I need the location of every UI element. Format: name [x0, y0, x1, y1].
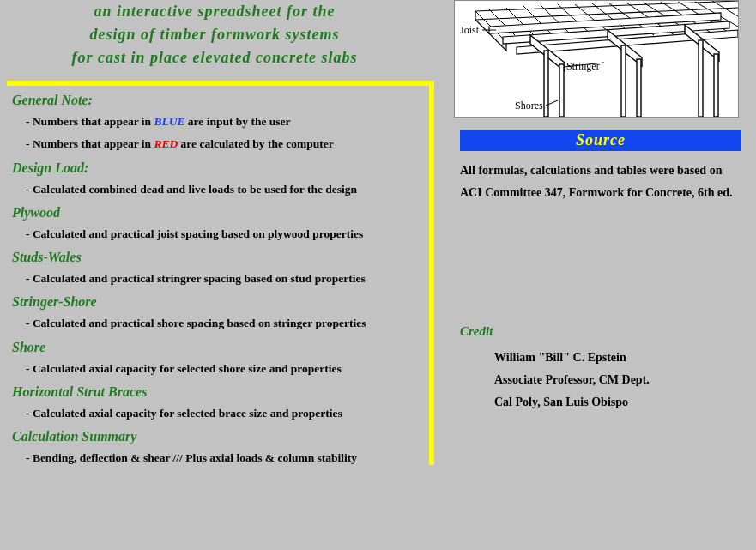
credit-name: William "Bill" C. Epstein [494, 347, 650, 369]
shore-desc: Calculated axial capacity for selected s… [26, 360, 429, 378]
stringer-shore-desc: Calculated and practical shore spacing b… [26, 315, 429, 332]
formwork-diagram-svg: Joist Stringer Shores [455, 1, 738, 117]
calc-summary-desc: Bending, deflection & shear /// Plus axi… [26, 450, 429, 467]
svg-line-3 [541, 5, 572, 35]
plywood-heading: Plywood [12, 205, 429, 221]
gn2-prefix: Numbers that appear in [33, 137, 154, 150]
general-note-line-2: Numbers that appear in RED are calculate… [26, 136, 429, 153]
plywood-desc: Calculated and practical joist spacing b… [26, 226, 429, 243]
stringer-shore-heading: Stringer-Shore [12, 294, 429, 310]
shore-heading: Shore [12, 340, 429, 355]
general-note-line-1: Numbers that appear in BLUE are input by… [26, 113, 429, 130]
formwork-diagram: Joist Stringer Shores [454, 0, 739, 118]
general-note-heading: General Note: [12, 93, 429, 108]
source-text: All formulas, calculations and tables we… [460, 160, 741, 204]
studs-wales-desc: Calculated and practical stringrer spaci… [26, 270, 429, 287]
hsb-heading: Horizontal Strut Braces [12, 384, 429, 400]
credit-org: Cal Poly, San Luis Obispo [494, 391, 650, 414]
svg-rect-25 [699, 40, 703, 117]
title-line-1: an interactive spreadsheet for the [17, 0, 412, 23]
design-load-desc: Calculated combined dead and live loads … [26, 181, 429, 198]
source-heading: Source [460, 130, 741, 151]
diagram-label-shores: Shores [515, 100, 543, 112]
svg-line-4 [558, 4, 592, 35]
svg-rect-22 [559, 64, 564, 117]
svg-rect-26 [714, 54, 718, 117]
title-line-3: for cast in place elevated concrete slab… [17, 46, 412, 70]
hsb-desc: Calculated axial capacity for selected b… [26, 405, 429, 422]
studs-wales-heading: Studs-Wales [12, 250, 429, 265]
svg-rect-23 [621, 45, 626, 117]
gn1-suffix: are input by the user [184, 115, 290, 128]
title-line-2: design of timber formwork systems [17, 23, 412, 46]
gn1-prefix: Numbers that appear in [33, 115, 154, 128]
credit-heading: Credit [460, 324, 493, 339]
gn2-red-word: RED [154, 137, 178, 150]
design-load-heading: Design Load: [12, 160, 429, 176]
gn2-suffix: are calculated by the computer [178, 137, 334, 150]
credit-block: William "Bill" C. Epstein Associate Prof… [494, 347, 650, 414]
calc-summary-heading: Calculation Summary [12, 429, 429, 444]
svg-rect-24 [637, 59, 641, 117]
page-title: an interactive spreadsheet for the desig… [17, 0, 412, 70]
diagram-label-joist: Joist [460, 24, 480, 36]
sections-panel: General Note: Numbers that appear in BLU… [7, 81, 434, 465]
svg-rect-21 [544, 51, 548, 117]
credit-title: Associate Professor, CM Dept. [494, 369, 650, 391]
gn1-blue-word: BLUE [154, 115, 184, 128]
